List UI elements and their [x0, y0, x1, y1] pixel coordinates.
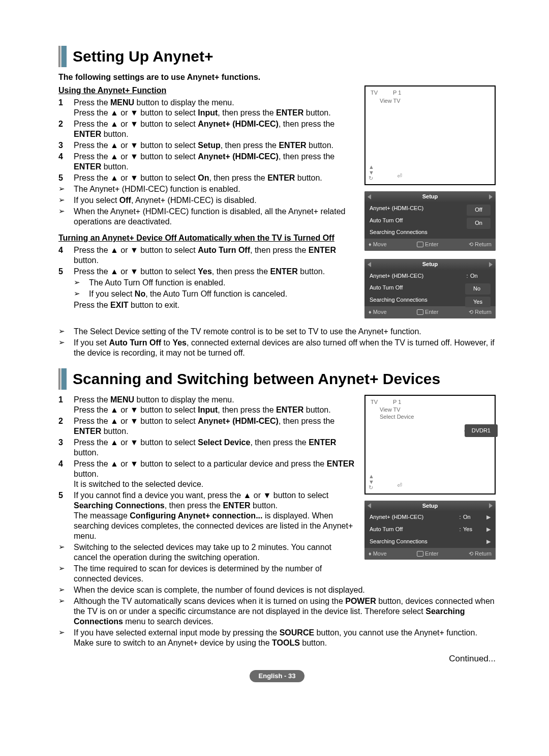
step-text: Press the ▲ or ▼ button to select On, th… [74, 173, 355, 183]
updown-icon: ▲▼↻ [369, 474, 374, 490]
tv-preview-1: TVP 1 View TV ▲▼↻ ⏎ [364, 85, 496, 185]
footer-move: ♦ Move [369, 241, 387, 248]
osd-title: Setup [364, 501, 496, 512]
footer-enter: Enter [417, 309, 438, 316]
intro-text: The following settings are to use Anynet… [58, 72, 496, 82]
osd-label: Anynet+ (HDMI-CEC) [370, 205, 464, 212]
step-text: Press the ▲ or ▼ button to select Auto T… [74, 245, 355, 266]
step-text: If you cannot find a device you want, pr… [74, 490, 355, 541]
osd-label: Auto Turn Off [370, 284, 464, 292]
osd-label: Anynet+ (HDMI-CEC) [370, 514, 457, 521]
section-heading-1: Setting Up Anynet+ [58, 46, 496, 67]
steps-list-3: 1Press the MENU button to display the me… [58, 395, 355, 541]
continued-text: Continued... [58, 653, 496, 664]
osd-title: Setup [364, 191, 496, 202]
heading-1-text: Setting Up Anynet+ [73, 47, 213, 66]
note-text: Although the TV automatically scans devi… [74, 596, 496, 627]
footer-enter: Enter [417, 550, 438, 558]
footer-return: ⟲ Return [469, 309, 492, 316]
osd-panel-1: Setup Anynet+ (HDMI-CEC): Auto Turn Off:… [364, 191, 496, 251]
note-text: The Anynet+ (HDMI-CEC) function is enabl… [74, 184, 355, 194]
footer-move: ♦ Move [369, 550, 387, 558]
osd-label: Searching Connections [370, 229, 491, 236]
osd-label: Auto Turn Off [370, 217, 464, 224]
step-text: Press the ▲ or ▼ button to select Anynet… [74, 416, 355, 437]
tv-preview-2: TVP 1 View TV Select Device DVDR1 ▲▼↻ ⏎ [364, 395, 496, 495]
footer-return: ⟲ Return [469, 550, 492, 558]
step-text: Press the ▲ or ▼ button to select Anynet… [74, 152, 355, 172]
step-text: Press the MENU button to display the men… [74, 395, 355, 415]
steps-list-1: 1Press the MENU button to display the me… [58, 98, 355, 183]
note-text: If you set Auto Turn Off to Yes, connect… [74, 338, 496, 358]
heading-2-text: Scanning and Switching between Anynet+ D… [73, 369, 440, 389]
osd-value: Yes [463, 526, 483, 533]
option-pill: On [467, 218, 491, 229]
note-text: If you select Off, Anynet+ (HDMI-CEC) is… [74, 195, 355, 206]
tooltip-dvdr: DVDR1 [465, 424, 498, 438]
osd-label: Anynet+ (HDMI-CEC) [370, 273, 464, 280]
osd-panel-2: Setup Anynet+ (HDMI-CEC):On Auto Turn Of… [364, 259, 496, 318]
tv-label: TV [371, 90, 378, 97]
note-text: The time required to scan for devices is… [74, 564, 355, 584]
tv-channel: P 1 [393, 90, 401, 97]
footer-return: ⟲ Return [469, 241, 492, 248]
note-text: The Select Device setting of the TV remo… [74, 327, 496, 337]
step-text: Press the ▲ or ▼ button to select Yes, t… [74, 267, 355, 277]
option-pill: Off [467, 205, 491, 216]
tv-channel: P 1 [393, 399, 401, 406]
heading-bar-icon [58, 46, 67, 67]
enter-icon: ⏎ [397, 482, 402, 489]
footer-move: ♦ Move [369, 309, 387, 316]
section-heading-2: Scanning and Switching between Anynet+ D… [58, 368, 496, 390]
step-text: Press the ▲ or ▼ button to select to a p… [74, 459, 355, 489]
subheading-using: Using the Anynet+ Function [58, 85, 355, 96]
note-text: If you have selected external input mode… [74, 628, 496, 648]
step-text: Press the ▲ or ▼ button to select Anynet… [74, 119, 355, 139]
osd-panel-3: Setup Anynet+ (HDMI-CEC):On▶ Auto Turn O… [364, 501, 496, 560]
tv-select: Select Device [371, 414, 490, 421]
step-text: Press the ▲ or ▼ button to select Select… [74, 438, 355, 458]
note-text: Switching to the selected devices may ta… [74, 542, 355, 563]
note-text: The Auto Turn Off function is enabled. [89, 278, 355, 288]
osd-label: Auto Turn Off [370, 526, 457, 533]
note-text: When the Anynet+ (HDMI-CEC) function is … [74, 207, 355, 227]
tv-view: View TV [371, 98, 490, 105]
step-text: Press the ▲ or ▼ button to select Setup,… [74, 140, 355, 151]
option-pill: No [465, 283, 491, 295]
step-text: Press the MENU button to display the men… [74, 98, 355, 118]
osd-value: On [470, 273, 491, 280]
page-footer: English - 33 [58, 670, 496, 682]
exit-line: Press the EXIT button to exit. [74, 300, 355, 310]
option-pill: Yes [465, 297, 491, 308]
page-number-pill: English - 33 [250, 670, 305, 682]
heading-bar-icon [58, 368, 67, 390]
steps-list-2: 4Press the ▲ or ▼ button to select Auto … [58, 245, 355, 277]
subheading-turnoff: Turning an Anynet+ Device Off Automatica… [58, 233, 355, 243]
osd-value: On [463, 514, 483, 521]
footer-enter: Enter [417, 241, 438, 248]
updown-icon: ▲▼↻ [369, 164, 374, 181]
tv-label: TV [371, 399, 378, 406]
osd-label: Searching Connections [370, 538, 483, 545]
osd-title: Setup [364, 259, 496, 270]
enter-icon: ⏎ [397, 172, 402, 180]
tv-view: View TV [371, 406, 490, 414]
note-text: If you select No, the Auto Turn Off func… [89, 289, 355, 299]
note-text: When the device scan is complete, the nu… [74, 585, 496, 595]
